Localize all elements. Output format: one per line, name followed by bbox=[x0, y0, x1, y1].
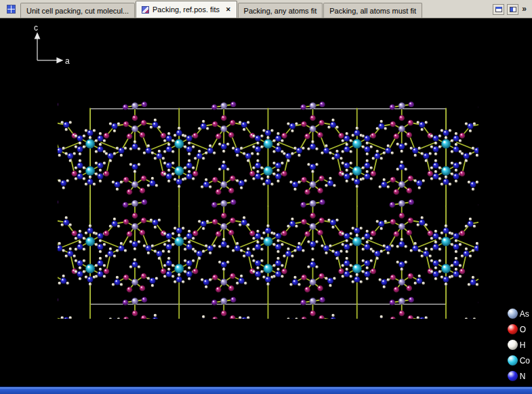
legend-label: N bbox=[520, 372, 526, 381]
split-view-button[interactable] bbox=[507, 4, 518, 15]
legend-label: O bbox=[520, 325, 526, 334]
tab-3[interactable]: Packing, any atoms fit bbox=[238, 3, 323, 18]
tab-2[interactable]: Packing, ref.pos. fits✕ bbox=[136, 1, 237, 18]
atom-legend: AsOHCoN bbox=[508, 309, 530, 381]
atom-sphere-icon bbox=[508, 371, 518, 381]
legend-item[interactable]: O bbox=[508, 324, 530, 334]
tab-label: Packing, all atoms must fit bbox=[329, 7, 416, 15]
legend-label: Co bbox=[520, 356, 530, 366]
tile-windows-icon bbox=[7, 5, 16, 14]
taskbar-strip[interactable] bbox=[0, 387, 532, 394]
tab-label: Packing, any atoms fit bbox=[244, 7, 317, 15]
legend-label: H bbox=[520, 340, 526, 350]
tab-overflow-button[interactable]: » bbox=[521, 4, 529, 15]
tab-label: Packing, ref.pos. fits bbox=[152, 5, 220, 14]
atom-sphere-icon bbox=[508, 324, 518, 334]
atom-sphere-icon bbox=[508, 309, 518, 319]
tab-1[interactable]: Unit cell packing, cut molecul... bbox=[20, 3, 135, 18]
close-tab-icon[interactable]: ✕ bbox=[226, 7, 231, 13]
packing-diagram-icon bbox=[142, 6, 149, 14]
legend-item[interactable]: N bbox=[508, 371, 530, 381]
application-window: Unit cell packing, cut molecul...Packing… bbox=[0, 0, 532, 394]
legend-item[interactable]: H bbox=[508, 340, 530, 350]
tile-windows-button[interactable] bbox=[3, 2, 18, 16]
new-subwindow-button[interactable] bbox=[493, 4, 504, 15]
atom-sphere-icon bbox=[508, 340, 518, 350]
legend-item[interactable]: As bbox=[508, 309, 530, 319]
structure-canvas[interactable] bbox=[0, 18, 532, 387]
window-icon bbox=[495, 7, 502, 12]
atom-sphere-icon bbox=[508, 355, 518, 366]
tab-4[interactable]: Packing, all atoms must fit bbox=[323, 3, 422, 18]
tab-bar: Unit cell packing, cut molecul...Packing… bbox=[0, 0, 532, 18]
legend-label: As bbox=[520, 309, 529, 319]
structure-viewport: c a AsOHCoN bbox=[0, 18, 532, 387]
split-view-icon bbox=[510, 7, 516, 12]
tab-label: Unit cell packing, cut molecul... bbox=[26, 7, 129, 15]
tab-strip: Unit cell packing, cut molecul...Packing… bbox=[20, 1, 423, 18]
tabbar-controls: » bbox=[493, 4, 531, 15]
legend-item[interactable]: Co bbox=[508, 355, 530, 366]
